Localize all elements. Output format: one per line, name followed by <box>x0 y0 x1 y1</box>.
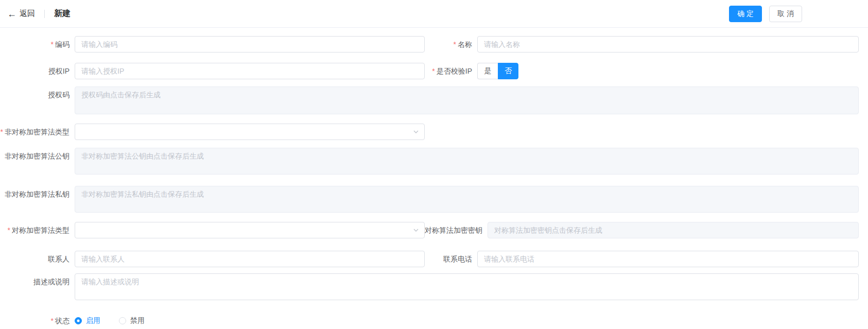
page-title: 新建 <box>54 8 71 19</box>
asym-private-label: 非对称加密算法私钥 <box>0 186 75 202</box>
code-input[interactable] <box>75 36 425 53</box>
radio-unselected-icon <box>119 317 126 324</box>
radio-selected-icon <box>75 317 82 324</box>
sym-key-label: 对称算法加密密钥 <box>425 222 488 238</box>
form-row-contact: 联系人 联系电话 <box>0 251 859 267</box>
verify-ip-label: *是否校验IP <box>425 63 477 79</box>
form-row-sym: *对称加密算法类型 对称算法加密密钥 <box>0 222 859 238</box>
chevron-down-icon <box>413 227 419 233</box>
confirm-button[interactable]: 确 定 <box>729 6 762 22</box>
required-asterisk: * <box>432 67 435 75</box>
asym-public-label: 非对称加密算法公钥 <box>0 148 75 164</box>
form-row-description: 描述或说明 <box>0 273 859 300</box>
name-input[interactable] <box>477 36 859 53</box>
auth-ip-label: 授权IP <box>0 63 75 79</box>
sym-type-select[interactable] <box>75 222 425 238</box>
description-textarea[interactable] <box>75 273 859 300</box>
description-label: 描述或说明 <box>0 273 75 290</box>
header-divider <box>44 10 45 18</box>
required-asterisk: * <box>1 128 3 136</box>
form-row-code-name: *编码 *名称 <box>0 36 859 53</box>
auth-ip-input[interactable] <box>75 63 425 79</box>
back-button[interactable]: ← 返回 <box>7 9 35 19</box>
phone-input[interactable] <box>477 251 859 267</box>
verify-ip-yes-button[interactable]: 是 <box>477 63 498 79</box>
verify-ip-no-button[interactable]: 否 <box>498 63 518 79</box>
form-row-status: *状态 启用 禁用 <box>0 313 859 329</box>
status-radio-enabled[interactable]: 启用 <box>75 316 100 325</box>
required-asterisk: * <box>51 317 54 325</box>
verify-ip-toggle: 是 否 <box>477 63 518 79</box>
name-label: *名称 <box>425 36 477 53</box>
status-radio-group: 启用 禁用 <box>75 313 859 329</box>
form-row-auth-code: 授权码 <box>0 86 859 114</box>
asym-type-select[interactable] <box>75 124 425 140</box>
required-asterisk: * <box>51 40 54 48</box>
form-row-asym-type: *非对称加密算法类型 <box>0 124 859 140</box>
page-header: ← 返回 新建 确 定 取 消 <box>0 0 868 28</box>
auth-code-label: 授权码 <box>0 86 75 103</box>
form-row-asym-public: 非对称加密算法公钥 <box>0 148 859 175</box>
back-label: 返回 <box>20 9 35 19</box>
contact-label: 联系人 <box>0 251 75 267</box>
form-row-authip-verify: 授权IP *是否校验IP 是 否 <box>0 63 859 79</box>
status-label: *状态 <box>0 313 75 329</box>
status-radio-disabled[interactable]: 禁用 <box>119 316 145 325</box>
auth-code-textarea <box>75 86 859 114</box>
phone-label: 联系电话 <box>425 251 477 267</box>
contact-input[interactable] <box>75 251 425 267</box>
form-row-asym-private: 非对称加密算法私钥 <box>0 186 859 213</box>
create-form: *编码 *名称 授权IP *是否校验IP 是 否 授权码 *非对称加密算法类型 … <box>0 28 868 329</box>
chevron-down-icon <box>413 129 419 135</box>
cancel-button[interactable]: 取 消 <box>769 6 802 22</box>
sym-key-input <box>488 222 859 238</box>
asym-type-label: *非对称加密算法类型 <box>0 124 75 140</box>
header-actions: 确 定 取 消 <box>729 6 802 22</box>
code-label: *编码 <box>0 36 75 53</box>
required-asterisk: * <box>454 40 456 48</box>
sym-type-label: *对称加密算法类型 <box>0 222 75 238</box>
required-asterisk: * <box>8 226 10 234</box>
status-enabled-label: 启用 <box>86 316 100 325</box>
status-disabled-label: 禁用 <box>130 316 145 325</box>
asym-private-textarea <box>75 186 859 213</box>
back-arrow-icon: ← <box>7 9 16 19</box>
asym-public-textarea <box>75 148 859 175</box>
